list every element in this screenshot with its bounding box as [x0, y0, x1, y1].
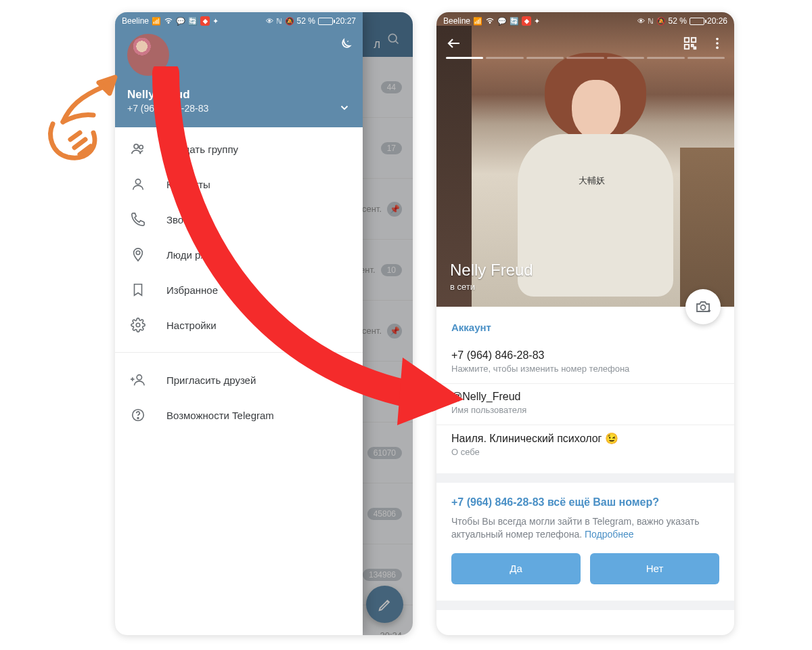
confirm-yes-button[interactable]: Да — [451, 553, 581, 584]
drawer-item-phone[interactable]: Звонки — [115, 202, 363, 237]
carrier-label: Beeline — [443, 16, 470, 26]
drawer-item-gear[interactable]: Настройки — [115, 307, 363, 343]
account-section-title: Аккаунт — [451, 322, 719, 333]
svg-point-20 — [716, 38, 719, 41]
wifi-icon — [485, 17, 495, 25]
sparkle-icon: ✦ — [212, 17, 219, 26]
svg-point-22 — [716, 47, 719, 49]
bio-row[interactable]: Наиля. Клинический психолог 😉 О себе — [451, 425, 719, 467]
carrier-label: Beeline — [122, 16, 149, 26]
svg-point-5 — [135, 179, 140, 184]
svg-point-3 — [134, 144, 138, 148]
svg-point-6 — [136, 251, 140, 255]
signal-icon: 📶 — [152, 17, 161, 26]
mute-icon: 🔕 — [656, 17, 666, 26]
sync-icon: 🔄 — [188, 17, 198, 26]
phone-row[interactable]: +7 (964) 846-28-83 Нажмите, чтобы измени… — [451, 343, 719, 383]
drawer-item-label: Звонки — [166, 214, 199, 225]
svg-line-27 — [74, 139, 85, 148]
invite-icon — [130, 372, 146, 387]
username-value: @Nelly_Freud — [451, 391, 719, 403]
mute-icon: 🔕 — [285, 17, 294, 26]
wifi-icon — [164, 17, 173, 25]
help-icon — [130, 408, 146, 422]
drawer-item-label: Пригласить друзей — [166, 374, 256, 386]
section-gap — [436, 473, 734, 483]
drawer-user-phone: +7 (964) 846-28-83 — [127, 103, 351, 114]
drawer-item-bookmark[interactable]: Избранное — [115, 272, 363, 307]
battery-percentage: 52 % — [297, 16, 315, 26]
night-mode-icon[interactable] — [337, 38, 352, 56]
sync-icon: 🔄 — [510, 17, 519, 26]
svg-point-12 — [137, 418, 139, 419]
drawer-item-label: Возможности Telegram — [166, 410, 274, 421]
username-row[interactable]: @Nelly_Freud Имя пользователя — [451, 384, 719, 425]
learn-more-link[interactable]: Подробнее — [585, 529, 634, 540]
account-section: Аккаунт +7 (964) 846-28-83 Нажмите, чтоб… — [436, 307, 734, 473]
drawer-item-group[interactable]: Создать группу — [115, 131, 363, 167]
profile-name-overlay: Nelly Freud в сети — [450, 261, 533, 292]
chevron-down-icon[interactable] — [338, 102, 351, 116]
drawer-item-invite[interactable]: Пригласить друзей — [115, 362, 363, 397]
eye-icon: 👁 — [266, 17, 273, 25]
profile-status: в сети — [450, 282, 533, 292]
modal-dim-overlay[interactable] — [363, 12, 413, 635]
svg-rect-15 — [685, 38, 689, 42]
change-photo-button[interactable] — [685, 289, 721, 324]
notification-badge-icon: ◆ — [522, 16, 531, 26]
svg-point-8 — [137, 375, 141, 380]
svg-rect-16 — [692, 38, 696, 42]
drawer-item-label: Люди рядом — [166, 249, 225, 261]
phone-icon — [130, 212, 146, 227]
svg-point-23 — [701, 305, 706, 310]
confirm-number-card: +7 (964) 846-28-83 всё ещё Ваш номер? Чт… — [436, 483, 734, 601]
svg-line-26 — [70, 133, 80, 139]
drawer-item-nearby[interactable]: Люди рядом — [115, 237, 363, 272]
confirm-title: +7 (964) 846-28-83 всё ещё Ваш номер? — [451, 496, 719, 508]
person-icon — [130, 177, 146, 192]
drawer-item-label: Избранное — [166, 284, 218, 296]
bookmark-icon — [130, 282, 146, 297]
confirm-no-button[interactable]: Нет — [590, 553, 719, 584]
svg-point-2 — [168, 22, 169, 24]
signal-icon: 📶 — [473, 17, 482, 26]
profile-top-bar — [436, 31, 734, 58]
drawer-item-person[interactable]: Контакты — [115, 167, 363, 202]
eye-icon: 👁 — [637, 17, 645, 25]
drawer-separator — [115, 352, 363, 353]
chat-indicator-icon: 💬 — [176, 17, 185, 26]
drawer-item-label: Создать группу — [166, 144, 238, 155]
gear-icon — [130, 318, 146, 332]
svg-rect-19 — [694, 47, 696, 49]
svg-point-4 — [139, 146, 143, 150]
svg-point-13 — [489, 22, 491, 24]
profile-name: Nelly Freud — [450, 261, 533, 280]
profile-photo-area[interactable]: Beeline 📶 💬 🔄 ◆ ✦ 👁 ℕ 🔕 52 % 20:26 — [436, 12, 734, 307]
drawer-item-label: Настройки — [166, 320, 217, 331]
phone-hint: Нажмите, чтобы изменить номер телефона — [451, 364, 719, 374]
chat-indicator-icon: 💬 — [497, 17, 507, 26]
status-bar: Beeline 📶 💬 🔄 ◆ ✦ 👁 ℕ 🔕 52 % 20:27 — [115, 12, 363, 30]
qr-icon[interactable] — [683, 36, 698, 53]
drawer-item-label: Контакты — [166, 179, 210, 190]
section-gap — [436, 601, 734, 610]
drawer-item-help[interactable]: Возможности Telegram — [115, 397, 363, 433]
back-icon[interactable] — [446, 35, 462, 54]
battery-icon — [318, 18, 333, 25]
drawer-user-name: Nelly Freud — [127, 88, 351, 102]
navigation-drawer: Beeline 📶 💬 🔄 ◆ ✦ 👁 ℕ 🔕 52 % 20:27 — [115, 12, 363, 635]
svg-point-7 — [136, 323, 140, 327]
nfc-icon: ℕ — [648, 17, 654, 26]
svg-rect-18 — [692, 45, 694, 47]
sparkle-icon: ✦ — [534, 17, 540, 26]
bio-hint: О себе — [451, 447, 719, 457]
bio-value: Наиля. Клинический психолог 😉 — [451, 432, 719, 445]
battery-icon — [690, 18, 704, 25]
svg-point-21 — [716, 42, 719, 45]
nfc-icon: ℕ — [276, 17, 282, 26]
confirm-body: Чтобы Вы всегда могли зайти в Telegram, … — [451, 515, 719, 541]
right-screenshot: Beeline 📶 💬 🔄 ◆ ✦ 👁 ℕ 🔕 52 % 20:26 — [436, 12, 734, 635]
avatar[interactable] — [127, 34, 169, 76]
more-icon[interactable] — [710, 36, 725, 53]
hand-pointer-annotation — [39, 73, 127, 165]
